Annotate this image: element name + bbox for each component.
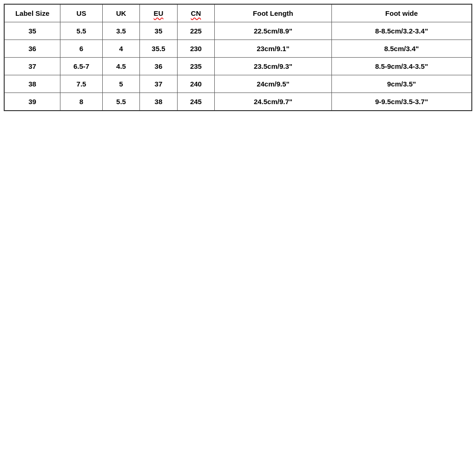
cell-foot-length: 24cm/9.5" — [215, 75, 332, 93]
cell-foot-wide: 8.5cm/3.4" — [331, 40, 472, 58]
header-us: US — [60, 4, 103, 22]
cell-label-size: 35 — [4, 22, 60, 40]
cell-cn: 245 — [177, 93, 214, 111]
header-foot-length: Foot Length — [215, 4, 332, 22]
table-row: 3985.53824524.5cm/9.7"9-9.5cm/3.5-3.7" — [4, 93, 472, 111]
cell-uk: 5 — [102, 75, 139, 93]
cell-foot-wide: 8-8.5cm/3.2-3.4" — [331, 22, 472, 40]
cell-cn: 225 — [177, 22, 214, 40]
cell-label-size: 38 — [4, 75, 60, 93]
cell-us: 5.5 — [60, 22, 103, 40]
cell-uk: 4.5 — [102, 58, 139, 75]
size-chart-table: Label Size US UK EU CN Foot Length Foot … — [4, 4, 472, 111]
cell-foot-length: 23cm/9.1" — [215, 40, 332, 58]
cell-us: 8 — [60, 93, 103, 111]
cell-foot-length: 22.5cm/8.9" — [215, 22, 332, 40]
size-chart-container: Label Size US UK EU CN Foot Length Foot … — [4, 4, 472, 111]
cell-uk: 3.5 — [102, 22, 139, 40]
cell-us: 7.5 — [60, 75, 103, 93]
header-foot-wide: Foot wide — [331, 4, 472, 22]
cell-label-size: 36 — [4, 40, 60, 58]
cell-label-size: 37 — [4, 58, 60, 75]
cell-foot-length: 24.5cm/9.7" — [215, 93, 332, 111]
table-row: 366435.523023cm/9.1"8.5cm/3.4" — [4, 40, 472, 58]
cell-foot-wide: 9cm/3.5" — [331, 75, 472, 93]
table-row: 355.53.53522522.5cm/8.9"8-8.5cm/3.2-3.4" — [4, 22, 472, 40]
cell-label-size: 39 — [4, 93, 60, 111]
cell-eu: 36 — [140, 58, 177, 75]
header-uk: UK — [102, 4, 139, 22]
cell-eu: 35 — [140, 22, 177, 40]
cell-uk: 4 — [102, 40, 139, 58]
cell-foot-wide: 9-9.5cm/3.5-3.7" — [331, 93, 472, 111]
header-cn: CN — [177, 4, 214, 22]
header-label-size: Label Size — [4, 4, 60, 22]
cell-us: 6.5-7 — [60, 58, 103, 75]
table-row: 387.553724024cm/9.5"9cm/3.5" — [4, 75, 472, 93]
cell-cn: 235 — [177, 58, 214, 75]
cell-cn: 240 — [177, 75, 214, 93]
cell-foot-length: 23.5cm/9.3" — [215, 58, 332, 75]
cell-us: 6 — [60, 40, 103, 58]
table-header-row: Label Size US UK EU CN Foot Length Foot … — [4, 4, 472, 22]
cell-uk: 5.5 — [102, 93, 139, 111]
header-eu: EU — [140, 4, 177, 22]
cell-eu: 35.5 — [140, 40, 177, 58]
cell-foot-wide: 8.5-9cm/3.4-3.5" — [331, 58, 472, 75]
cell-cn: 230 — [177, 40, 214, 58]
cell-eu: 38 — [140, 93, 177, 111]
cell-eu: 37 — [140, 75, 177, 93]
table-row: 376.5-74.53623523.5cm/9.3"8.5-9cm/3.4-3.… — [4, 58, 472, 75]
